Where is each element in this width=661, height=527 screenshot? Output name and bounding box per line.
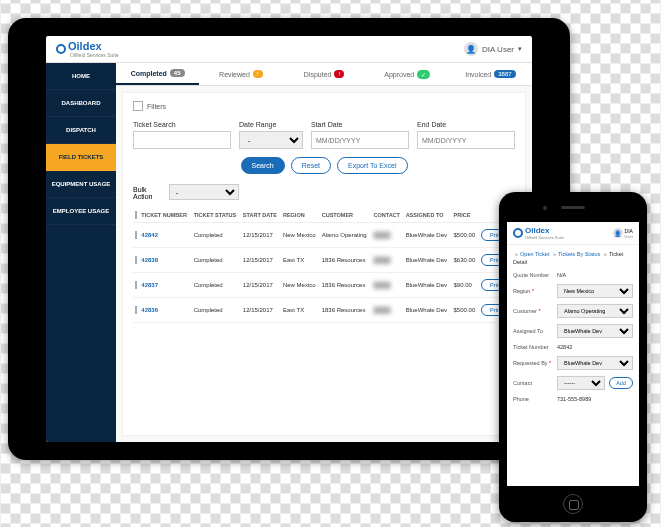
sidebar: HOME DASHBOARD DISPATCH FIELD TICKETS EQ…: [46, 63, 116, 442]
row-checkbox[interactable]: [135, 306, 137, 314]
row-checkbox[interactable]: [135, 231, 137, 239]
search-button[interactable]: Search: [241, 157, 285, 174]
app-header: Oildex Oilfield Services Suite 👤 DIA Use…: [46, 36, 532, 63]
bulk-label: Bulk Action: [133, 186, 163, 200]
nav-employee[interactable]: EMPLOYEE USAGE: [46, 198, 116, 225]
end-date-label: End Date: [417, 121, 515, 128]
camera-icon: [543, 206, 547, 210]
home-button-icon[interactable]: [563, 494, 583, 514]
badge-approved: ✓: [417, 70, 430, 79]
ticket-search-label: Ticket Search: [133, 121, 231, 128]
table-row: 42842Completed12/15/2017New MexicoAlamo …: [133, 223, 515, 248]
bulk-select[interactable]: -: [169, 184, 239, 200]
row-checkbox[interactable]: [135, 281, 137, 289]
crumb-status[interactable]: Tickets By Status: [558, 251, 600, 257]
nav-dashboard[interactable]: DASHBOARD: [46, 90, 116, 117]
tablet-device: Oildex Oilfield Services Suite 👤 DIA Use…: [8, 18, 570, 460]
ticket-search-input[interactable]: [133, 131, 231, 149]
row-checkbox[interactable]: [135, 256, 137, 264]
nav-field-tickets[interactable]: FIELD TICKETS: [46, 144, 116, 171]
badge-completed: 45: [170, 69, 185, 77]
ticket-link[interactable]: 42836: [141, 307, 158, 313]
logo-icon: [56, 44, 66, 54]
date-range-label: Date Range: [239, 121, 303, 128]
phone-logo: Oildex Oilfield Services Suite: [513, 226, 564, 240]
badge-invoiced: 3887: [494, 70, 515, 78]
ticket-link[interactable]: 42842: [141, 232, 158, 238]
region-select[interactable]: New Mexico: [557, 284, 633, 298]
ticket-link[interactable]: 42837: [141, 282, 158, 288]
phone-avatar-icon: 👤: [613, 228, 623, 238]
filters-checkbox[interactable]: [133, 101, 143, 111]
date-range-select[interactable]: -: [239, 131, 303, 149]
nav-home[interactable]: HOME: [46, 63, 116, 90]
customer-select[interactable]: Alamo Operating: [557, 304, 633, 318]
end-date-input[interactable]: [417, 131, 515, 149]
user-name: DIA User: [482, 45, 514, 54]
phone-screen: Oildex Oilfield Services Suite 👤 DIA Use…: [507, 222, 639, 486]
phone-device: Oildex Oilfield Services Suite 👤 DIA Use…: [499, 192, 647, 522]
filters-toggle[interactable]: Filters: [133, 101, 515, 111]
breadcrumb: »Open Ticket »Tickets By Status »Ticket …: [513, 251, 633, 266]
add-contact-button[interactable]: Add: [609, 377, 633, 389]
contact-redacted: ████: [373, 282, 390, 288]
crumb-open[interactable]: Open Ticket: [520, 251, 549, 257]
select-all-checkbox[interactable]: [135, 211, 137, 219]
tab-invoiced[interactable]: Invoiced3887: [449, 63, 532, 85]
contact-redacted: ████: [373, 307, 390, 313]
user-menu[interactable]: 👤 DIA User ▾: [464, 42, 522, 56]
speaker-icon: [561, 206, 585, 209]
export-button[interactable]: Export To Excel: [337, 157, 408, 174]
tickets-table: TICKET NUMBER TICKET STATUS START DATE R…: [133, 208, 515, 323]
tab-approved[interactable]: Approved✓: [366, 63, 449, 85]
chevron-down-icon: ▾: [518, 45, 522, 53]
logo: Oildex Oilfield Services Suite: [56, 40, 119, 58]
table-row: 42838Completed12/15/2017East TX1836 Reso…: [133, 248, 515, 273]
start-date-label: Start Date: [311, 121, 409, 128]
tab-reviewed[interactable]: Reviewed!: [199, 63, 282, 85]
phone-logo-icon: [513, 228, 523, 238]
status-tabs: Completed45 Reviewed! Disputed! Approved…: [116, 63, 532, 86]
requested-select[interactable]: BlueWhale Dev: [557, 356, 633, 370]
reset-button[interactable]: Reset: [291, 157, 331, 174]
tablet-screen: Oildex Oilfield Services Suite 👤 DIA Use…: [46, 36, 532, 442]
phone-header: Oildex Oilfield Services Suite 👤 DIA Use…: [507, 222, 639, 245]
tab-disputed[interactable]: Disputed!: [282, 63, 365, 85]
ticket-link[interactable]: 42838: [141, 257, 158, 263]
brand-sub: Oilfield Services Suite: [70, 52, 119, 58]
main-content: Completed45 Reviewed! Disputed! Approved…: [116, 63, 532, 442]
badge-disputed: !: [334, 70, 344, 78]
nav-dispatch[interactable]: DISPATCH: [46, 117, 116, 144]
contact-redacted: ████: [373, 232, 390, 238]
nav-equipment[interactable]: EQUIPMENT USAGE: [46, 171, 116, 198]
table-row: 42837Completed12/15/2017New Mexico1836 R…: [133, 273, 515, 298]
badge-reviewed: !: [253, 70, 263, 78]
avatar-icon: 👤: [464, 42, 478, 56]
start-date-input[interactable]: [311, 131, 409, 149]
brand-name: Oildex: [68, 40, 119, 52]
tab-completed[interactable]: Completed45: [116, 63, 199, 85]
assigned-select[interactable]: BlueWhale Dev: [557, 324, 633, 338]
contact-select[interactable]: ------: [557, 376, 605, 390]
table-row: 42836Completed12/15/2017East TX1836 Reso…: [133, 298, 515, 323]
phone-user-menu[interactable]: 👤 DIA User: [613, 228, 633, 239]
contact-redacted: ████: [373, 257, 390, 263]
